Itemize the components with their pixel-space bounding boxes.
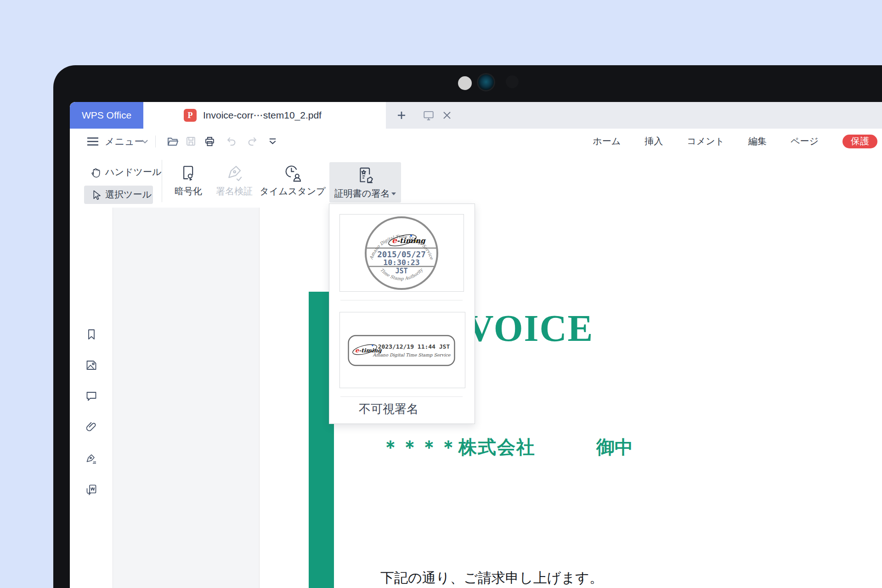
verify-signature-button[interactable]: 署名検証 [209,163,260,198]
camera-lens [477,73,495,91]
collapse-toolbar-icon[interactable] [266,135,279,147]
hamburger-menu-icon[interactable] [86,136,99,147]
left-sidebar [70,208,113,588]
menu-label[interactable]: メニュー [105,129,144,154]
undo-icon[interactable] [225,135,237,147]
tab-page[interactable]: ページ [791,135,819,147]
divider [155,136,156,147]
attachments-icon[interactable] [85,421,98,434]
certificate-sign-label: 証明書の署名 [334,187,396,200]
encrypt-label: 暗号化 [175,185,202,198]
hand-tool-label: ハンドツール [105,166,161,178]
tab-bar: WPS Office P Invoice-corr⋯stem10_2.pdf [70,102,882,129]
divider [340,396,463,397]
svg-text:10:30:23: 10:30:23 [383,258,419,267]
svg-text:2023/12/19 11:44 JST: 2023/12/19 11:44 JST [378,343,450,350]
hand-icon [90,166,102,178]
select-tool-button[interactable]: 選択ツール [90,188,152,201]
chevron-down-icon[interactable] [139,135,151,147]
certificate-sign-button[interactable]: 証明書の署名 [329,162,401,203]
invisible-signature-option[interactable]: 不可視署名 [359,401,418,417]
tab-insert[interactable]: 挿入 [645,135,663,147]
images-icon[interactable] [85,359,98,372]
pen-verify-icon [225,163,244,182]
redo-icon[interactable] [246,135,259,147]
menu-bar: メニュー [70,129,882,154]
hand-tool-button[interactable]: ハンドツール [90,166,161,178]
bezel-dot [458,76,472,90]
signature-pen-icon[interactable] [85,452,98,465]
stamp-option-round[interactable]: Amano Digital Time Stamp Service Time St… [339,214,464,292]
open-file-icon[interactable] [166,135,179,147]
new-tab-button[interactable] [391,102,412,129]
invoice-body-line: 下記の通り、ご請求申し上げます。 [380,569,603,588]
desktop-background: WPS Office P Invoice-corr⋯stem10_2.pdf [0,0,882,588]
svg-text:e-timing: e-timing [392,236,426,245]
stamp-option-banner[interactable]: e-timing 2023/12/19 11:44 JST Amano Digi… [339,312,465,388]
protect-toolbar: ハンドツール 選択ツール 暗号化 [70,154,882,208]
bezel-dot-dark [506,75,519,88]
tab-home[interactable]: ホーム [593,135,621,147]
certificate-sign-icon [356,165,375,185]
wps-office-label: WPS Office [82,110,131,121]
bookmarks-icon[interactable] [85,328,98,341]
wps-office-button[interactable]: WPS Office [70,102,143,129]
divider [162,160,162,202]
verify-signature-label: 署名検証 [216,185,253,198]
tab-comment[interactable]: コメント [687,135,724,147]
export-to-word-icon[interactable] [85,483,98,496]
banner-timestamp-stamp: e-timing 2023/12/19 11:44 JST Amano Digi… [347,334,456,367]
close-tab-icon[interactable] [441,109,453,121]
document-viewer[interactable] [113,208,882,588]
ribbon-tabs: ホーム 挿入 コメント 編集 ページ 保護 [593,129,882,154]
divider [340,300,463,300]
print-icon[interactable] [204,135,216,147]
encrypt-doc-key-icon [179,163,198,182]
invoice-honorific: 御中 [596,435,633,460]
plus-icon [396,110,407,121]
clock-person-icon [283,163,302,182]
svg-text:JST: JST [395,267,407,275]
timestamp-button[interactable]: タイムスタンプ [260,163,325,198]
dropdown-arrow-icon [391,192,396,195]
pdf-file-icon: P [184,109,197,122]
encrypt-button[interactable]: 暗号化 [168,163,209,198]
app-window: WPS Office P Invoice-corr⋯stem10_2.pdf [70,102,882,588]
tab-protect[interactable]: 保護 [842,135,877,148]
tab-edit[interactable]: 編集 [748,135,767,147]
save-icon[interactable] [185,135,197,147]
tab-title: Invoice-corr⋯stem10_2.pdf [203,102,322,129]
present-monitor-icon[interactable] [423,109,435,121]
cursor-icon [90,189,102,201]
svg-text:Amano Digital Time Stamp Servi: Amano Digital Time Stamp Service [373,352,451,358]
certificate-sign-dropdown: Amano Digital Time Stamp Service Time St… [329,204,475,424]
comments-icon[interactable] [85,390,98,402]
timestamp-label: タイムスタンプ [260,185,325,198]
select-tool-label: 選択ツール [105,188,152,201]
round-timestamp-seal: Amano Digital Time Stamp Service Time St… [363,215,440,291]
document-tab[interactable]: P Invoice-corr⋯stem10_2.pdf [143,102,386,129]
invoice-recipient: ＊＊＊＊株式会社 [381,435,536,460]
svg-text:2015/05/27: 2015/05/27 [377,250,425,259]
